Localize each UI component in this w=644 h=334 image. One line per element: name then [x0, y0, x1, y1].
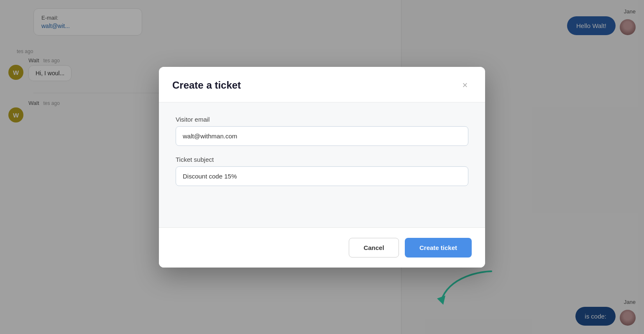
- create-ticket-modal: Create a ticket × Visitor email Ticket s…: [159, 67, 485, 268]
- ticket-subject-label: Ticket subject: [176, 156, 468, 163]
- visitor-email-group: Visitor email: [176, 116, 468, 146]
- cancel-button[interactable]: Cancel: [349, 238, 399, 258]
- modal-body: Visitor email Ticket subject: [159, 102, 485, 227]
- modal-overlay: Create a ticket × Visitor email Ticket s…: [0, 0, 644, 334]
- modal-title: Create a ticket: [172, 79, 241, 91]
- ticket-subject-group: Ticket subject: [176, 156, 468, 186]
- visitor-email-input[interactable]: [176, 126, 468, 146]
- create-ticket-button[interactable]: Create ticket: [405, 238, 472, 258]
- modal-header: Create a ticket ×: [159, 67, 485, 102]
- modal-footer: Cancel Create ticket: [159, 227, 485, 268]
- ticket-subject-input[interactable]: [176, 166, 468, 186]
- visitor-email-label: Visitor email: [176, 116, 468, 123]
- modal-close-button[interactable]: ×: [458, 79, 472, 92]
